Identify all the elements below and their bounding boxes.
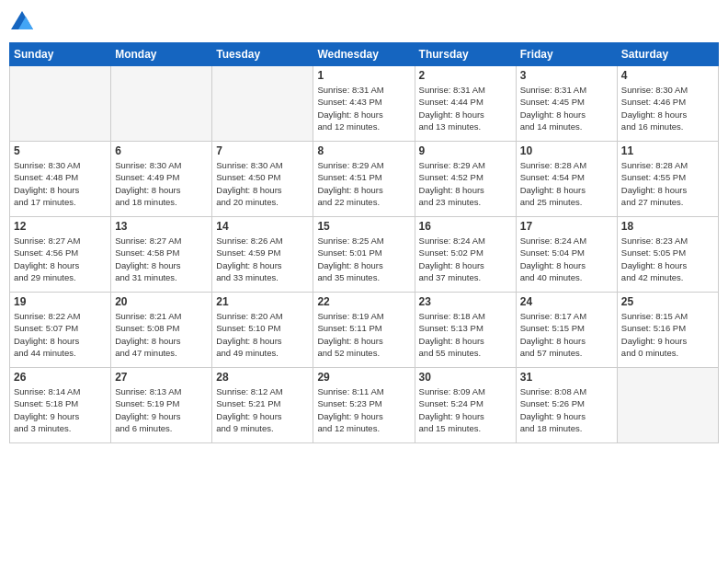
- day-info: Sunrise: 8:08 AM Sunset: 5:26 PM Dayligh…: [520, 385, 613, 434]
- table-row: 15Sunrise: 8:25 AM Sunset: 5:01 PM Dayli…: [313, 217, 415, 293]
- header: [9, 9, 719, 35]
- weekday-header: Thursday: [415, 43, 516, 66]
- day-number: 23: [419, 295, 512, 308]
- day-info: Sunrise: 8:21 AM Sunset: 5:08 PM Dayligh…: [115, 310, 208, 359]
- day-info: Sunrise: 8:19 AM Sunset: 5:11 PM Dayligh…: [317, 310, 410, 359]
- day-info: Sunrise: 8:26 AM Sunset: 4:59 PM Dayligh…: [216, 235, 309, 283]
- day-info: Sunrise: 8:11 AM Sunset: 5:23 PM Dayligh…: [317, 385, 410, 434]
- logo: [9, 9, 39, 35]
- table-row: 26Sunrise: 8:14 AM Sunset: 5:18 PM Dayli…: [10, 368, 111, 443]
- day-number: 19: [14, 295, 107, 308]
- day-info: Sunrise: 8:24 AM Sunset: 5:04 PM Dayligh…: [520, 235, 613, 283]
- day-number: 4: [621, 69, 714, 82]
- day-info: Sunrise: 8:30 AM Sunset: 4:50 PM Dayligh…: [216, 159, 309, 208]
- table-row: 12Sunrise: 8:27 AM Sunset: 4:56 PM Dayli…: [10, 217, 111, 293]
- calendar-page: SundayMondayTuesdayWednesdayThursdayFrid…: [0, 0, 728, 563]
- table-row: 10Sunrise: 8:28 AM Sunset: 4:54 PM Dayli…: [516, 142, 617, 217]
- table-row: 4Sunrise: 8:30 AM Sunset: 4:46 PM Daylig…: [617, 66, 718, 142]
- day-info: Sunrise: 8:28 AM Sunset: 4:54 PM Dayligh…: [520, 159, 613, 208]
- calendar-week-row: 26Sunrise: 8:14 AM Sunset: 5:18 PM Dayli…: [10, 368, 719, 443]
- table-row: 9Sunrise: 8:29 AM Sunset: 4:52 PM Daylig…: [415, 142, 516, 217]
- day-number: 10: [520, 144, 613, 157]
- calendar-week-row: 19Sunrise: 8:22 AM Sunset: 5:07 PM Dayli…: [10, 293, 719, 368]
- weekday-header: Sunday: [10, 43, 111, 66]
- day-info: Sunrise: 8:17 AM Sunset: 5:15 PM Dayligh…: [520, 310, 613, 359]
- day-info: Sunrise: 8:27 AM Sunset: 4:56 PM Dayligh…: [14, 235, 107, 283]
- day-info: Sunrise: 8:29 AM Sunset: 4:51 PM Dayligh…: [317, 159, 410, 208]
- day-number: 29: [317, 371, 410, 384]
- day-info: Sunrise: 8:18 AM Sunset: 5:13 PM Dayligh…: [419, 310, 512, 359]
- day-info: Sunrise: 8:24 AM Sunset: 5:02 PM Dayligh…: [419, 235, 512, 283]
- weekday-header: Wednesday: [313, 43, 415, 66]
- day-info: Sunrise: 8:14 AM Sunset: 5:18 PM Dayligh…: [14, 385, 107, 434]
- table-row: 17Sunrise: 8:24 AM Sunset: 5:04 PM Dayli…: [516, 217, 617, 293]
- day-info: Sunrise: 8:31 AM Sunset: 4:44 PM Dayligh…: [419, 84, 512, 132]
- day-number: 6: [115, 144, 208, 157]
- day-number: 20: [115, 295, 208, 308]
- table-row: 22Sunrise: 8:19 AM Sunset: 5:11 PM Dayli…: [313, 293, 415, 368]
- day-number: 7: [216, 144, 309, 157]
- logo-icon: [9, 9, 35, 35]
- day-number: 11: [621, 144, 714, 157]
- table-row: 19Sunrise: 8:22 AM Sunset: 5:07 PM Dayli…: [10, 293, 111, 368]
- day-info: Sunrise: 8:25 AM Sunset: 5:01 PM Dayligh…: [317, 235, 410, 283]
- day-number: 27: [115, 371, 208, 384]
- day-number: 24: [520, 295, 613, 308]
- day-number: 14: [216, 220, 309, 233]
- day-number: 1: [317, 69, 410, 82]
- calendar-week-row: 12Sunrise: 8:27 AM Sunset: 4:56 PM Dayli…: [10, 217, 719, 293]
- day-info: Sunrise: 8:12 AM Sunset: 5:21 PM Dayligh…: [216, 385, 309, 434]
- table-row: 5Sunrise: 8:30 AM Sunset: 4:48 PM Daylig…: [10, 142, 111, 217]
- table-row: 13Sunrise: 8:27 AM Sunset: 4:58 PM Dayli…: [111, 217, 212, 293]
- weekday-header: Saturday: [617, 43, 718, 66]
- day-number: 25: [621, 295, 714, 308]
- weekday-header: Monday: [111, 43, 212, 66]
- calendar-week-row: 5Sunrise: 8:30 AM Sunset: 4:48 PM Daylig…: [10, 142, 719, 217]
- day-number: 17: [520, 220, 613, 233]
- table-row: 29Sunrise: 8:11 AM Sunset: 5:23 PM Dayli…: [313, 368, 415, 443]
- weekday-header: Friday: [516, 43, 617, 66]
- day-info: Sunrise: 8:23 AM Sunset: 5:05 PM Dayligh…: [621, 235, 714, 283]
- table-row: 20Sunrise: 8:21 AM Sunset: 5:08 PM Dayli…: [111, 293, 212, 368]
- table-row: [212, 66, 313, 142]
- day-number: 28: [216, 371, 309, 384]
- day-info: Sunrise: 8:20 AM Sunset: 5:10 PM Dayligh…: [216, 310, 309, 359]
- day-number: 22: [317, 295, 410, 308]
- table-row: 1Sunrise: 8:31 AM Sunset: 4:43 PM Daylig…: [313, 66, 415, 142]
- table-row: 24Sunrise: 8:17 AM Sunset: 5:15 PM Dayli…: [516, 293, 617, 368]
- table-row: 3Sunrise: 8:31 AM Sunset: 4:45 PM Daylig…: [516, 66, 617, 142]
- day-info: Sunrise: 8:31 AM Sunset: 4:43 PM Dayligh…: [317, 84, 410, 132]
- day-info: Sunrise: 8:30 AM Sunset: 4:49 PM Dayligh…: [115, 159, 208, 208]
- day-number: 26: [14, 371, 107, 384]
- day-info: Sunrise: 8:09 AM Sunset: 5:24 PM Dayligh…: [419, 385, 512, 434]
- day-number: 12: [14, 220, 107, 233]
- day-info: Sunrise: 8:30 AM Sunset: 4:46 PM Dayligh…: [621, 84, 714, 132]
- day-number: 13: [115, 220, 208, 233]
- day-number: 3: [520, 69, 613, 82]
- day-number: 30: [419, 371, 512, 384]
- table-row: 25Sunrise: 8:15 AM Sunset: 5:16 PM Dayli…: [617, 293, 718, 368]
- day-number: 16: [419, 220, 512, 233]
- table-row: 21Sunrise: 8:20 AM Sunset: 5:10 PM Dayli…: [212, 293, 313, 368]
- day-number: 15: [317, 220, 410, 233]
- table-row: 23Sunrise: 8:18 AM Sunset: 5:13 PM Dayli…: [415, 293, 516, 368]
- day-info: Sunrise: 8:31 AM Sunset: 4:45 PM Dayligh…: [520, 84, 613, 132]
- table-row: 18Sunrise: 8:23 AM Sunset: 5:05 PM Dayli…: [617, 217, 718, 293]
- table-row: 2Sunrise: 8:31 AM Sunset: 4:44 PM Daylig…: [415, 66, 516, 142]
- day-number: 21: [216, 295, 309, 308]
- calendar-header-row: SundayMondayTuesdayWednesdayThursdayFrid…: [10, 43, 719, 66]
- table-row: [617, 368, 718, 443]
- day-info: Sunrise: 8:13 AM Sunset: 5:19 PM Dayligh…: [115, 385, 208, 434]
- table-row: [10, 66, 111, 142]
- day-info: Sunrise: 8:28 AM Sunset: 4:55 PM Dayligh…: [621, 159, 714, 208]
- table-row: 31Sunrise: 8:08 AM Sunset: 5:26 PM Dayli…: [516, 368, 617, 443]
- table-row: 14Sunrise: 8:26 AM Sunset: 4:59 PM Dayli…: [212, 217, 313, 293]
- table-row: 16Sunrise: 8:24 AM Sunset: 5:02 PM Dayli…: [415, 217, 516, 293]
- table-row: 27Sunrise: 8:13 AM Sunset: 5:19 PM Dayli…: [111, 368, 212, 443]
- day-number: 8: [317, 144, 410, 157]
- weekday-header: Tuesday: [212, 43, 313, 66]
- table-row: 7Sunrise: 8:30 AM Sunset: 4:50 PM Daylig…: [212, 142, 313, 217]
- day-info: Sunrise: 8:27 AM Sunset: 4:58 PM Dayligh…: [115, 235, 208, 283]
- day-info: Sunrise: 8:29 AM Sunset: 4:52 PM Dayligh…: [419, 159, 512, 208]
- calendar-table: SundayMondayTuesdayWednesdayThursdayFrid…: [9, 42, 719, 443]
